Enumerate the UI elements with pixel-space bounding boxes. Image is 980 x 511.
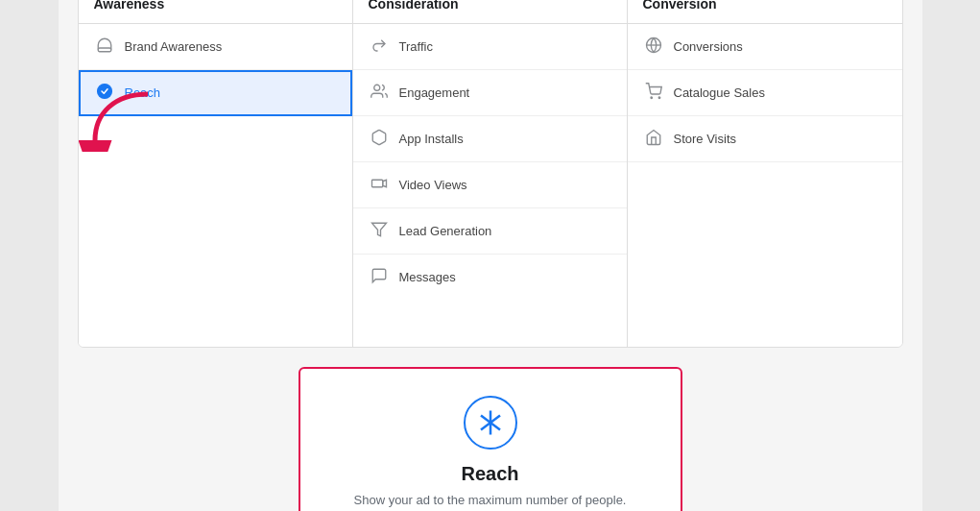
app-installs-item[interactable]: App Installs xyxy=(353,116,627,162)
traffic-item[interactable]: Traffic xyxy=(353,24,627,70)
header-conversion: Conversion xyxy=(628,0,902,23)
messages-label: Messages xyxy=(399,270,456,284)
video-views-item[interactable]: Video Views xyxy=(353,162,627,208)
info-description: Show your ad to the maximum number of pe… xyxy=(354,493,627,507)
objective-grid: Awareness Consideration Conversion Brand… xyxy=(78,0,903,348)
brand-awareness-item[interactable]: Brand Awareness xyxy=(79,24,352,70)
app-installs-label: App Installs xyxy=(399,132,464,146)
consideration-column: Traffic Engagement xyxy=(353,24,628,347)
lead-generation-label: Lead Generation xyxy=(399,224,492,238)
svg-point-7 xyxy=(651,97,653,99)
svg-point-8 xyxy=(658,97,660,99)
conversions-item[interactable]: Conversions xyxy=(628,24,902,70)
messages-icon xyxy=(369,267,390,287)
engagement-label: Engagement xyxy=(399,85,470,100)
catalogue-sales-label: Catalogue Sales xyxy=(674,85,765,100)
awareness-column: Brand Awareness Reach xyxy=(79,24,353,347)
lead-generation-icon xyxy=(369,221,390,241)
brand-awareness-icon xyxy=(94,36,115,57)
catalogue-sales-icon xyxy=(643,83,664,103)
conversions-label: Conversions xyxy=(674,39,743,54)
engagement-icon xyxy=(369,83,390,103)
conversion-column: Conversions Catalogue Sales xyxy=(628,24,902,347)
lead-generation-item[interactable]: Lead Generation xyxy=(353,208,627,255)
messages-item[interactable]: Messages xyxy=(353,255,627,301)
svg-marker-4 xyxy=(371,223,386,236)
header-consideration: Consideration xyxy=(353,0,628,23)
reach-info-icon-container xyxy=(464,396,517,450)
traffic-icon xyxy=(369,36,390,57)
traffic-label: Traffic xyxy=(399,39,433,54)
info-title: Reach xyxy=(461,463,518,485)
store-visits-item[interactable]: Store Visits xyxy=(628,116,902,162)
svg-point-2 xyxy=(373,85,379,90)
video-views-icon xyxy=(369,175,390,195)
conversion-empty xyxy=(628,162,902,347)
brand-awareness-label: Brand Awareness xyxy=(125,39,223,54)
columns-area: Brand Awareness Reach xyxy=(79,24,902,347)
app-installs-icon xyxy=(369,129,390,149)
conversions-icon xyxy=(643,36,664,57)
engagement-item[interactable]: Engagement xyxy=(353,70,627,116)
asterisk-icon xyxy=(476,408,505,437)
catalogue-sales-item[interactable]: Catalogue Sales xyxy=(628,70,902,116)
column-headers: Awareness Consideration Conversion xyxy=(79,0,902,24)
store-visits-label: Store Visits xyxy=(674,132,737,146)
arrow-pointer xyxy=(76,85,153,152)
header-awareness: Awareness xyxy=(79,0,353,23)
store-visits-icon xyxy=(643,129,664,149)
info-box: Reach Show your ad to the maximum number… xyxy=(299,367,682,512)
svg-rect-3 xyxy=(371,180,382,187)
video-views-label: Video Views xyxy=(399,178,467,192)
